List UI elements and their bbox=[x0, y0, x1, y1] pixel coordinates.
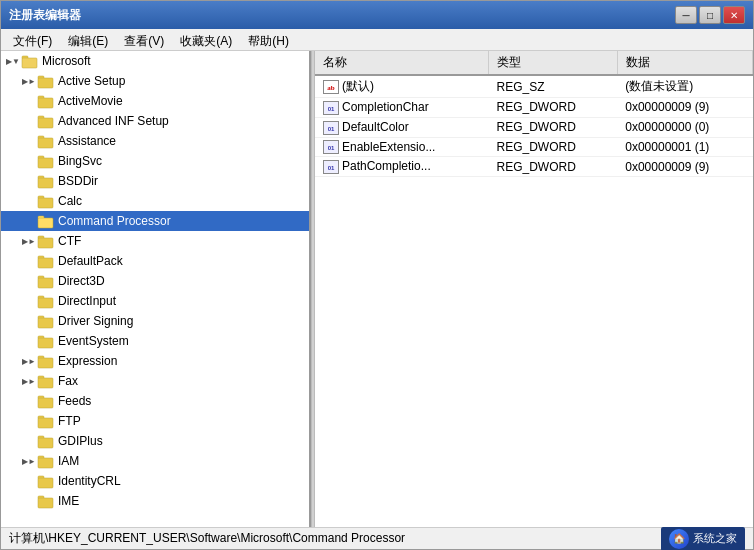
tree-arrow-icon bbox=[21, 333, 37, 349]
tree-item-label: Fax bbox=[57, 374, 78, 388]
maximize-button[interactable]: □ bbox=[699, 6, 721, 24]
tree-arrow-icon bbox=[21, 93, 37, 109]
registry-name: 01PathCompletio... bbox=[315, 157, 488, 177]
tree-item-label: IdentityCRL bbox=[57, 474, 121, 488]
tree-item[interactable]: IdentityCRL bbox=[1, 471, 309, 491]
dword-value-icon: 01 bbox=[323, 101, 339, 115]
registry-name: 01CompletionChar bbox=[315, 98, 488, 118]
tree-item[interactable]: Feeds bbox=[1, 391, 309, 411]
registry-row[interactable]: 01CompletionCharREG_DWORD0x00000009 (9) bbox=[315, 98, 753, 118]
tree-item[interactable]: Calc bbox=[1, 191, 309, 211]
menu-favorites[interactable]: 收藏夹(A) bbox=[172, 31, 240, 48]
registry-row[interactable]: ab(默认)REG_SZ(数值未设置) bbox=[315, 75, 753, 98]
svg-rect-15 bbox=[38, 198, 53, 208]
tree-item-label: Calc bbox=[57, 194, 82, 208]
tree-item[interactable]: ►IAM bbox=[1, 451, 309, 471]
tree-item[interactable]: EventSystem bbox=[1, 331, 309, 351]
status-bar: 计算机\HKEY_CURRENT_USER\Software\Microsoft… bbox=[1, 527, 753, 549]
tree-item[interactable]: DirectInput bbox=[1, 291, 309, 311]
registry-row[interactable]: 01EnableExtensio...REG_DWORD0x00000001 (… bbox=[315, 137, 753, 157]
tree-arrow-icon bbox=[21, 493, 37, 509]
folder-icon bbox=[37, 453, 55, 469]
logo-text: 系统之家 bbox=[693, 531, 737, 546]
svg-rect-19 bbox=[38, 238, 53, 248]
tree-item-label: GDIPlus bbox=[57, 434, 103, 448]
tree-arrow-icon: ► bbox=[21, 73, 37, 89]
folder-icon bbox=[21, 53, 39, 69]
tree-item-label: Direct3D bbox=[57, 274, 105, 288]
tree-item[interactable]: Direct3D bbox=[1, 271, 309, 291]
svg-rect-31 bbox=[38, 358, 53, 368]
registry-row[interactable]: 01DefaultColorREG_DWORD0x00000000 (0) bbox=[315, 117, 753, 137]
tree-item[interactable]: ►Expression bbox=[1, 351, 309, 371]
string-value-icon: ab bbox=[323, 80, 339, 94]
folder-icon bbox=[37, 373, 55, 389]
tree-arrow-icon bbox=[21, 133, 37, 149]
tree-item[interactable]: ►Active Setup bbox=[1, 71, 309, 91]
menu-bar: 文件(F) 编辑(E) 查看(V) 收藏夹(A) 帮助(H) bbox=[1, 29, 753, 51]
svg-rect-1 bbox=[22, 58, 37, 68]
svg-rect-27 bbox=[38, 318, 53, 328]
tree-item[interactable]: Command Processor bbox=[1, 211, 309, 231]
folder-icon bbox=[37, 173, 55, 189]
folder-icon bbox=[37, 93, 55, 109]
dword-value-icon: 01 bbox=[323, 121, 339, 135]
registry-type: REG_DWORD bbox=[488, 157, 617, 177]
tree-item[interactable]: FTP bbox=[1, 411, 309, 431]
tree-item[interactable]: Advanced INF Setup bbox=[1, 111, 309, 131]
tree-arrow-icon bbox=[21, 213, 37, 229]
menu-file[interactable]: 文件(F) bbox=[5, 31, 60, 48]
tree-arrow-icon bbox=[21, 193, 37, 209]
minimize-button[interactable]: ─ bbox=[675, 6, 697, 24]
menu-help[interactable]: 帮助(H) bbox=[240, 31, 297, 48]
tree-item[interactable]: ►CTF bbox=[1, 231, 309, 251]
svg-rect-11 bbox=[38, 158, 53, 168]
tree-arrow-icon: ► bbox=[21, 453, 37, 469]
col-name: 名称 bbox=[315, 51, 488, 75]
registry-pane[interactable]: 名称 类型 数据 ab(默认)REG_SZ(数值未设置)01Completion… bbox=[315, 51, 753, 527]
tree-item-label: Microsoft bbox=[41, 54, 91, 68]
tree-arrow-icon bbox=[21, 173, 37, 189]
tree-item[interactable]: IME bbox=[1, 491, 309, 511]
svg-rect-5 bbox=[38, 98, 53, 108]
registry-type: REG_SZ bbox=[488, 75, 617, 98]
tree-item[interactable]: Assistance bbox=[1, 131, 309, 151]
menu-edit[interactable]: 编辑(E) bbox=[60, 31, 116, 48]
window-title: 注册表编辑器 bbox=[9, 7, 81, 24]
registry-data: 0x00000009 (9) bbox=[617, 98, 752, 118]
tree-arrow-icon bbox=[21, 473, 37, 489]
tree-item[interactable]: Driver Signing bbox=[1, 311, 309, 331]
title-bar: 注册表编辑器 ─ □ ✕ bbox=[1, 1, 753, 29]
tree-item[interactable]: GDIPlus bbox=[1, 431, 309, 451]
registry-row[interactable]: 01PathCompletio...REG_DWORD0x00000009 (9… bbox=[315, 157, 753, 177]
tree-arrow-icon: ► bbox=[21, 233, 37, 249]
tree-item-label: Assistance bbox=[57, 134, 116, 148]
dword-value-icon: 01 bbox=[323, 160, 339, 174]
folder-icon bbox=[37, 413, 55, 429]
svg-rect-35 bbox=[38, 398, 53, 408]
svg-rect-37 bbox=[38, 418, 53, 428]
tree-item-label: FTP bbox=[57, 414, 81, 428]
tree-item[interactable]: ►Fax bbox=[1, 371, 309, 391]
folder-icon bbox=[37, 493, 55, 509]
tree-item[interactable]: DefaultPack bbox=[1, 251, 309, 271]
tree-item-label: Driver Signing bbox=[57, 314, 133, 328]
close-button[interactable]: ✕ bbox=[723, 6, 745, 24]
menu-view[interactable]: 查看(V) bbox=[116, 31, 172, 48]
tree-arrow-icon: ▼ bbox=[5, 53, 21, 69]
folder-icon bbox=[37, 273, 55, 289]
registry-data: 0x00000000 (0) bbox=[617, 117, 752, 137]
svg-rect-7 bbox=[38, 118, 53, 128]
tree-item[interactable]: BingSvc bbox=[1, 151, 309, 171]
tree-item[interactable]: ▼Microsoft bbox=[1, 51, 309, 71]
tree-pane[interactable]: ▼Microsoft►Active SetupActiveMovieAdvanc… bbox=[1, 51, 311, 527]
tree-item[interactable]: BSDDir bbox=[1, 171, 309, 191]
registry-type: REG_DWORD bbox=[488, 117, 617, 137]
folder-icon bbox=[37, 293, 55, 309]
svg-rect-17 bbox=[38, 218, 53, 228]
svg-rect-33 bbox=[38, 378, 53, 388]
folder-icon bbox=[37, 233, 55, 249]
tree-item[interactable]: ActiveMovie bbox=[1, 91, 309, 111]
svg-rect-45 bbox=[38, 498, 53, 508]
registry-editor-window: 注册表编辑器 ─ □ ✕ 文件(F) 编辑(E) 查看(V) 收藏夹(A) 帮助… bbox=[0, 0, 754, 550]
